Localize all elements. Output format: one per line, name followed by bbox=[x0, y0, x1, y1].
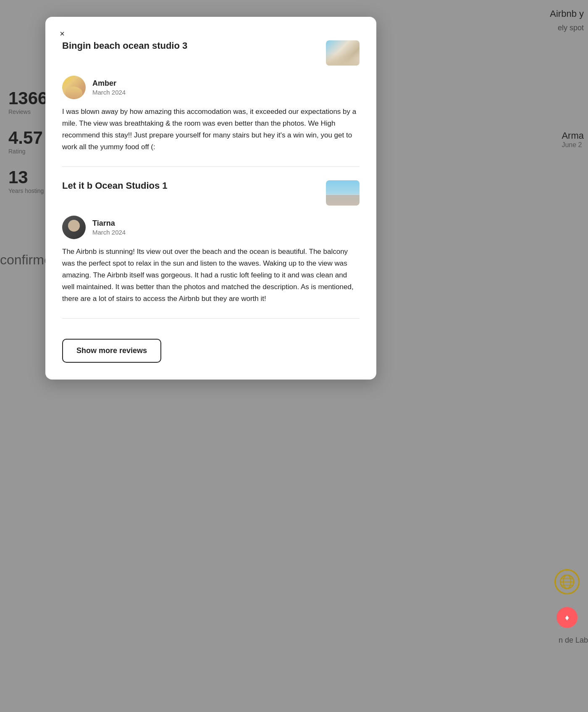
thumbnail-image-2 bbox=[326, 180, 360, 206]
avatar-tiarna bbox=[62, 216, 86, 239]
background-right: Airbnb y ely spot bbox=[504, 8, 588, 32]
background-lab: n de Lab bbox=[559, 636, 588, 645]
reviewer-details-2: Tiarna March 2024 bbox=[92, 219, 126, 236]
reviewer-name-1: Amber bbox=[92, 79, 126, 88]
review-section-2: Let it b Ocean Studios 1 Tiarna March 20… bbox=[62, 180, 360, 305]
divider-1 bbox=[62, 166, 360, 167]
review-section-1: Bingin beach ocean studio 3 Amber March … bbox=[62, 40, 360, 153]
globe-icon bbox=[554, 569, 580, 594]
background-stats: 1366 Reviews 4.57 Rating 13 Years hostin… bbox=[8, 88, 47, 207]
reviewer-date-1: March 2024 bbox=[92, 89, 126, 96]
airbnb-icon: ♦ bbox=[556, 607, 578, 628]
reviews-stat: 1366 Reviews bbox=[8, 88, 47, 115]
reviewer-name-2: Tiarna bbox=[92, 219, 126, 228]
avatar-amber bbox=[62, 76, 86, 99]
thumbnail-image-1 bbox=[326, 40, 360, 66]
review-text-2: The Airbnb is stunning! Its view out ove… bbox=[62, 246, 360, 305]
review-header-2: Let it b Ocean Studios 1 bbox=[62, 180, 360, 206]
avatar-tiarna-image bbox=[62, 216, 86, 239]
reviewer-info-1: Amber March 2024 bbox=[62, 76, 360, 99]
years-stat: 13 Years hosting bbox=[8, 167, 47, 194]
reviewer-info-2: Tiarna March 2024 bbox=[62, 216, 360, 239]
reviewer-details-1: Amber March 2024 bbox=[92, 79, 126, 96]
background-icons: ♦ bbox=[554, 569, 580, 628]
review-text-1: I was blown away by how amazing this acc… bbox=[62, 106, 360, 153]
property-title-1: Bingin beach ocean studio 3 bbox=[62, 40, 187, 51]
property-thumbnail-1 bbox=[326, 40, 360, 66]
reviewer-date-2: March 2024 bbox=[92, 229, 126, 236]
rating-stat: 4.57 Rating bbox=[8, 128, 47, 155]
reviews-modal: × Bingin beach ocean studio 3 Amber Marc… bbox=[45, 17, 376, 380]
show-more-reviews-button[interactable]: Show more reviews bbox=[62, 339, 161, 363]
property-thumbnail-2 bbox=[326, 180, 360, 206]
property-title-2: Let it b Ocean Studios 1 bbox=[62, 180, 168, 191]
close-button[interactable]: × bbox=[55, 27, 69, 40]
background-confirmed: confirme bbox=[0, 252, 52, 268]
review-header-1: Bingin beach ocean studio 3 bbox=[62, 40, 360, 66]
background-arma: Arma June 2 bbox=[562, 130, 584, 149]
avatar-amber-image bbox=[62, 76, 86, 99]
divider-2 bbox=[62, 318, 360, 319]
